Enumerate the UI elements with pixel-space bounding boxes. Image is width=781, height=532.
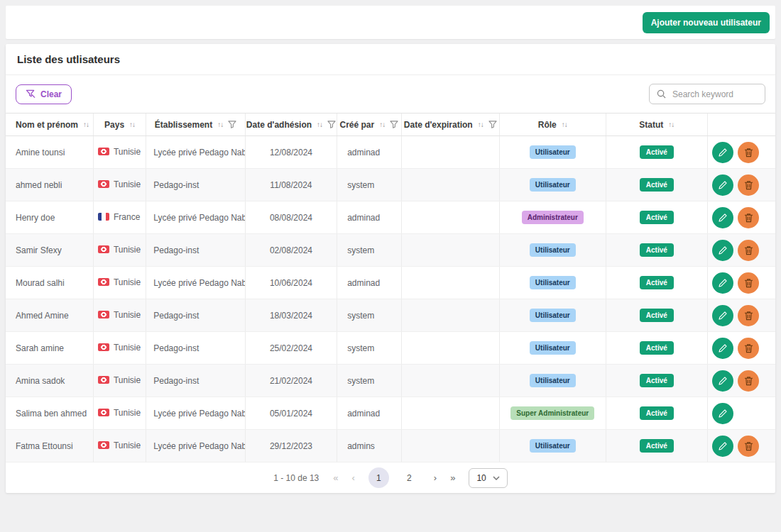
- country-flag-icon: [98, 213, 109, 221]
- trash-icon: [744, 376, 753, 386]
- search-input[interactable]: [671, 89, 758, 100]
- pencil-icon: [718, 311, 728, 321]
- pencil-icon: [718, 441, 728, 451]
- pencil-icon: [718, 213, 728, 223]
- column-header-label[interactable]: Créé par: [340, 120, 375, 130]
- users-table: Nom et prénom ↑↓ Pays ↑↓ Établissement ↑…: [6, 113, 775, 462]
- pagination-page-button[interactable]: 1: [368, 467, 389, 488]
- edit-button[interactable]: [712, 436, 733, 457]
- country-flag-icon: [98, 376, 109, 384]
- expiry-date-cell: [401, 234, 500, 267]
- actions-cell: [708, 332, 775, 365]
- country-flag-icon: [98, 278, 109, 286]
- edit-button[interactable]: [712, 142, 733, 163]
- role-cell: Utilisateur: [500, 136, 606, 169]
- user-name-cell: Mourad salhi: [6, 267, 93, 299]
- created-by-cell: adminad: [337, 397, 401, 430]
- edit-button[interactable]: [712, 338, 733, 359]
- user-name-cell: Henry doe: [6, 201, 93, 234]
- role-badge: Utilisateur: [530, 374, 576, 387]
- edit-button[interactable]: [712, 207, 733, 228]
- edit-button[interactable]: [712, 370, 733, 392]
- pencil-icon: [718, 409, 728, 419]
- establishment-cell: Pedago-inst: [146, 169, 246, 201]
- filter-row: Clear: [6, 75, 775, 113]
- role-cell: Utilisateur: [500, 365, 606, 397]
- user-name-cell: Amine tounsi: [6, 136, 93, 169]
- add-user-button[interactable]: Ajouter nouveau utilisateur: [643, 12, 770, 33]
- status-cell: Activé: [606, 430, 708, 462]
- pencil-icon: [718, 180, 728, 190]
- pagination-page-button[interactable]: 2: [399, 467, 420, 488]
- establishment-cell: Pedago-inst: [146, 234, 246, 267]
- column-header-label[interactable]: Date d'expiration: [404, 120, 473, 130]
- pagination-first-button[interactable]: «: [333, 472, 337, 483]
- page-size-value: 10: [476, 473, 486, 483]
- sort-icon[interactable]: ↑↓: [478, 121, 484, 128]
- delete-button[interactable]: [738, 338, 759, 359]
- edit-button[interactable]: [712, 272, 733, 294]
- table-body: Amine tounsi Tunisie Lycée privé Pedago …: [6, 136, 775, 462]
- actions-cell: [708, 169, 775, 201]
- page-size-select[interactable]: 10: [469, 468, 507, 488]
- table-row: Mourad salhi Tunisie Lycée privé Pedago …: [6, 267, 775, 299]
- delete-button[interactable]: [738, 142, 759, 163]
- delete-button[interactable]: [738, 436, 759, 457]
- pagination-pages: 12: [368, 467, 420, 488]
- expiry-date-cell: [401, 201, 500, 234]
- establishment-cell: Lycée privé Pedago Nabeul: [146, 201, 246, 234]
- status-badge: Activé: [640, 178, 674, 192]
- table-row: Henry doe France Lycée privé Pedago Nabe…: [6, 201, 775, 234]
- table-header-row: Nom et prénom ↑↓ Pays ↑↓ Établissement ↑…: [6, 113, 775, 136]
- country-cell: Tunisie: [93, 365, 146, 397]
- country-flag-icon: [98, 148, 109, 155]
- filter-icon[interactable]: [390, 121, 398, 128]
- delete-button[interactable]: [738, 272, 759, 294]
- sort-icon[interactable]: ↑↓: [317, 121, 322, 128]
- status-badge: Activé: [640, 145, 674, 159]
- country-label: Tunisie: [114, 147, 141, 157]
- edit-button[interactable]: [712, 305, 733, 326]
- sort-icon[interactable]: ↑↓: [129, 121, 135, 128]
- status-cell: Activé: [606, 299, 708, 332]
- column-header-label[interactable]: Rôle: [538, 120, 557, 130]
- chevron-down-icon: [493, 476, 500, 480]
- column-header-label[interactable]: Nom et prénom: [16, 120, 78, 130]
- status-badge: Activé: [640, 439, 674, 453]
- filter-icon[interactable]: [228, 121, 236, 128]
- status-cell: Activé: [606, 267, 708, 299]
- table-row: Sarah amine Tunisie Pedago-inst 25/02/20…: [6, 332, 775, 365]
- join-date-cell: 29/12/2023: [245, 430, 337, 462]
- column-header-label[interactable]: Pays: [104, 120, 124, 130]
- search-icon: [657, 89, 666, 99]
- delete-button[interactable]: [738, 240, 759, 261]
- column-header-label[interactable]: Établissement: [155, 120, 212, 130]
- column-header-label[interactable]: Statut: [639, 120, 663, 130]
- pagination-prev-button[interactable]: ‹: [352, 472, 354, 483]
- clear-filters-button[interactable]: Clear: [16, 84, 72, 104]
- pagination-last-button[interactable]: »: [450, 472, 454, 483]
- edit-button[interactable]: [712, 403, 733, 424]
- delete-button[interactable]: [738, 174, 759, 196]
- filter-icon[interactable]: [327, 121, 336, 128]
- expiry-date-cell: [401, 397, 500, 430]
- expiry-date-cell: [401, 169, 500, 201]
- edit-button[interactable]: [712, 240, 733, 261]
- filter-icon[interactable]: [488, 121, 497, 128]
- user-name-cell: ahmed nebli: [6, 169, 93, 201]
- filter-clear-icon: [26, 89, 36, 99]
- sort-icon[interactable]: ↑↓: [562, 121, 567, 128]
- column-header-label[interactable]: Date d'adhésion: [246, 120, 312, 130]
- pagination-next-button[interactable]: ›: [434, 472, 436, 483]
- sort-icon[interactable]: ↑↓: [217, 121, 223, 128]
- country-label: Tunisie: [114, 375, 141, 385]
- pencil-icon: [718, 343, 728, 353]
- delete-button[interactable]: [738, 207, 759, 228]
- delete-button[interactable]: [738, 370, 759, 392]
- delete-button[interactable]: [738, 305, 759, 326]
- sort-icon[interactable]: ↑↓: [83, 121, 89, 128]
- edit-button[interactable]: [712, 174, 733, 196]
- sort-icon[interactable]: ↑↓: [379, 121, 385, 128]
- country-cell: Tunisie: [93, 299, 146, 332]
- sort-icon[interactable]: ↑↓: [668, 121, 674, 128]
